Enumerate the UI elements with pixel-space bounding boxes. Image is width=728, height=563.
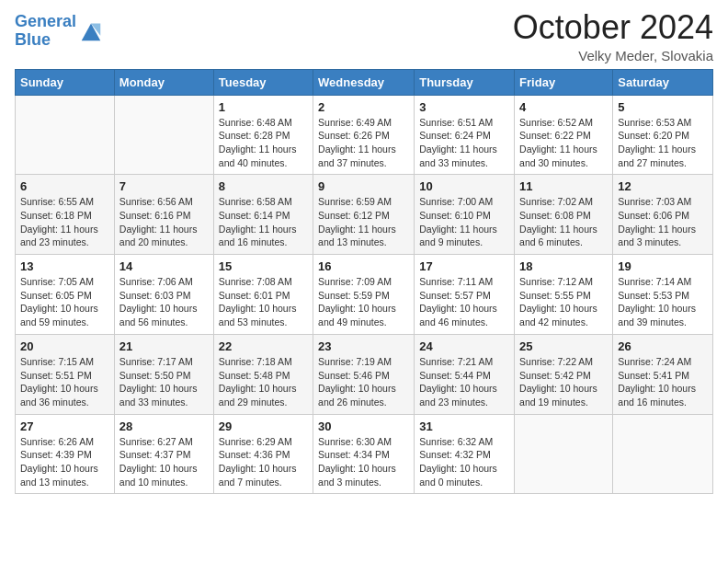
day-number: 29 <box>219 419 308 433</box>
calendar-cell: 4Sunrise: 6:52 AM Sunset: 6:22 PM Daylig… <box>515 95 613 175</box>
day-number: 11 <box>519 179 608 193</box>
day-number: 17 <box>419 259 509 273</box>
day-info: Sunrise: 6:48 AM Sunset: 6:28 PM Dayligh… <box>219 116 308 170</box>
day-info: Sunrise: 7:14 AM Sunset: 5:53 PM Dayligh… <box>618 275 708 329</box>
logo-text-block: General Blue <box>15 13 104 50</box>
header-wednesday: Wednesday <box>313 69 415 95</box>
location-title: Velky Meder, Slovakia <box>513 48 713 63</box>
month-title: October 2024 <box>513 9 713 46</box>
day-number: 28 <box>119 419 209 433</box>
page-container: General Blue October 2024 Velky Meder, S… <box>0 0 728 509</box>
calendar-cell: 11Sunrise: 7:02 AM Sunset: 6:08 PM Dayli… <box>515 175 613 255</box>
day-info: Sunrise: 6:52 AM Sunset: 6:22 PM Dayligh… <box>519 116 608 170</box>
day-number: 18 <box>519 259 608 273</box>
day-number: 4 <box>519 100 608 114</box>
day-number: 20 <box>20 339 109 353</box>
calendar-cell: 17Sunrise: 7:11 AM Sunset: 5:57 PM Dayli… <box>415 255 515 335</box>
day-number: 21 <box>119 339 209 353</box>
day-info: Sunrise: 7:15 AM Sunset: 5:51 PM Dayligh… <box>20 355 109 409</box>
header-saturday: Saturday <box>613 69 713 95</box>
title-block: October 2024 Velky Meder, Slovakia <box>513 9 713 63</box>
calendar-cell: 6Sunrise: 6:55 AM Sunset: 6:18 PM Daylig… <box>16 175 115 255</box>
calendar-cell: 31Sunrise: 6:32 AM Sunset: 4:32 PM Dayli… <box>415 414 515 494</box>
header: General Blue October 2024 Velky Meder, S… <box>15 9 713 63</box>
calendar-week-4: 20Sunrise: 7:15 AM Sunset: 5:51 PM Dayli… <box>16 334 713 414</box>
day-info: Sunrise: 7:06 AM Sunset: 6:03 PM Dayligh… <box>119 275 209 329</box>
calendar-cell: 16Sunrise: 7:09 AM Sunset: 5:59 PM Dayli… <box>313 255 415 335</box>
day-info: Sunrise: 6:32 AM Sunset: 4:32 PM Dayligh… <box>419 435 509 489</box>
day-info: Sunrise: 7:00 AM Sunset: 6:10 PM Dayligh… <box>419 195 509 249</box>
day-info: Sunrise: 6:55 AM Sunset: 6:18 PM Dayligh… <box>20 195 109 249</box>
day-number: 1 <box>219 100 308 114</box>
calendar-cell: 12Sunrise: 7:03 AM Sunset: 6:06 PM Dayli… <box>613 175 713 255</box>
day-number: 27 <box>20 419 109 433</box>
calendar-cell: 2Sunrise: 6:49 AM Sunset: 6:26 PM Daylig… <box>313 95 415 175</box>
calendar-cell: 30Sunrise: 6:30 AM Sunset: 4:34 PM Dayli… <box>313 414 415 494</box>
calendar-cell: 9Sunrise: 6:59 AM Sunset: 6:12 PM Daylig… <box>313 175 415 255</box>
day-info: Sunrise: 6:30 AM Sunset: 4:34 PM Dayligh… <box>318 435 409 489</box>
day-number: 31 <box>419 419 509 433</box>
day-number: 19 <box>618 259 708 273</box>
calendar-cell <box>114 95 213 175</box>
header-thursday: Thursday <box>415 69 515 95</box>
day-number: 13 <box>20 259 109 273</box>
day-info: Sunrise: 6:56 AM Sunset: 6:16 PM Dayligh… <box>119 195 209 249</box>
day-number: 9 <box>318 179 409 193</box>
calendar-cell: 1Sunrise: 6:48 AM Sunset: 6:28 PM Daylig… <box>213 95 313 175</box>
calendar-header-row: Sunday Monday Tuesday Wednesday Thursday… <box>16 69 713 95</box>
day-number: 8 <box>219 179 308 193</box>
day-number: 30 <box>318 419 409 433</box>
day-info: Sunrise: 7:08 AM Sunset: 6:01 PM Dayligh… <box>219 275 308 329</box>
day-number: 2 <box>318 100 409 114</box>
day-info: Sunrise: 6:59 AM Sunset: 6:12 PM Dayligh… <box>318 195 409 249</box>
day-number: 7 <box>119 179 209 193</box>
day-info: Sunrise: 6:53 AM Sunset: 6:20 PM Dayligh… <box>618 116 708 170</box>
day-number: 16 <box>318 259 409 273</box>
day-number: 25 <box>519 339 608 353</box>
day-number: 14 <box>119 259 209 273</box>
day-info: Sunrise: 6:27 AM Sunset: 4:37 PM Dayligh… <box>119 435 209 489</box>
header-friday: Friday <box>515 69 613 95</box>
day-number: 24 <box>419 339 509 353</box>
day-number: 26 <box>618 339 708 353</box>
calendar-cell: 18Sunrise: 7:12 AM Sunset: 5:55 PM Dayli… <box>515 255 613 335</box>
day-info: Sunrise: 6:29 AM Sunset: 4:36 PM Dayligh… <box>219 435 308 489</box>
calendar-week-3: 13Sunrise: 7:05 AM Sunset: 6:05 PM Dayli… <box>16 255 713 335</box>
day-number: 6 <box>20 179 109 193</box>
calendar-cell: 20Sunrise: 7:15 AM Sunset: 5:51 PM Dayli… <box>16 334 115 414</box>
day-number: 15 <box>219 259 308 273</box>
day-info: Sunrise: 6:26 AM Sunset: 4:39 PM Dayligh… <box>20 435 109 489</box>
header-monday: Monday <box>114 69 213 95</box>
calendar-cell: 27Sunrise: 6:26 AM Sunset: 4:39 PM Dayli… <box>16 414 115 494</box>
day-number: 22 <box>219 339 308 353</box>
day-info: Sunrise: 7:19 AM Sunset: 5:46 PM Dayligh… <box>318 355 409 409</box>
calendar-cell: 3Sunrise: 6:51 AM Sunset: 6:24 PM Daylig… <box>415 95 515 175</box>
day-info: Sunrise: 7:11 AM Sunset: 5:57 PM Dayligh… <box>419 275 509 329</box>
calendar-cell: 8Sunrise: 6:58 AM Sunset: 6:14 PM Daylig… <box>213 175 313 255</box>
calendar-cell <box>613 414 713 494</box>
calendar-cell: 19Sunrise: 7:14 AM Sunset: 5:53 PM Dayli… <box>613 255 713 335</box>
day-info: Sunrise: 7:03 AM Sunset: 6:06 PM Dayligh… <box>618 195 708 249</box>
logo-icon <box>78 18 104 44</box>
calendar-cell: 28Sunrise: 6:27 AM Sunset: 4:37 PM Dayli… <box>114 414 213 494</box>
day-number: 23 <box>318 339 409 353</box>
calendar-cell: 22Sunrise: 7:18 AM Sunset: 5:48 PM Dayli… <box>213 334 313 414</box>
day-info: Sunrise: 7:02 AM Sunset: 6:08 PM Dayligh… <box>519 195 608 249</box>
logo-text: General Blue <box>15 13 76 50</box>
day-info: Sunrise: 7:21 AM Sunset: 5:44 PM Dayligh… <box>419 355 509 409</box>
calendar-cell: 25Sunrise: 7:22 AM Sunset: 5:42 PM Dayli… <box>515 334 613 414</box>
calendar-week-5: 27Sunrise: 6:26 AM Sunset: 4:39 PM Dayli… <box>16 414 713 494</box>
calendar-cell: 13Sunrise: 7:05 AM Sunset: 6:05 PM Dayli… <box>16 255 115 335</box>
calendar-cell: 14Sunrise: 7:06 AM Sunset: 6:03 PM Dayli… <box>114 255 213 335</box>
calendar-cell: 26Sunrise: 7:24 AM Sunset: 5:41 PM Dayli… <box>613 334 713 414</box>
calendar-cell: 24Sunrise: 7:21 AM Sunset: 5:44 PM Dayli… <box>415 334 515 414</box>
calendar-cell: 7Sunrise: 6:56 AM Sunset: 6:16 PM Daylig… <box>114 175 213 255</box>
calendar-table: Sunday Monday Tuesday Wednesday Thursday… <box>15 69 713 495</box>
calendar-cell: 21Sunrise: 7:17 AM Sunset: 5:50 PM Dayli… <box>114 334 213 414</box>
header-tuesday: Tuesday <box>213 69 313 95</box>
day-info: Sunrise: 7:24 AM Sunset: 5:41 PM Dayligh… <box>618 355 708 409</box>
header-sunday: Sunday <box>16 69 115 95</box>
logo: General Blue <box>15 13 104 50</box>
day-number: 12 <box>618 179 708 193</box>
day-info: Sunrise: 7:18 AM Sunset: 5:48 PM Dayligh… <box>219 355 308 409</box>
